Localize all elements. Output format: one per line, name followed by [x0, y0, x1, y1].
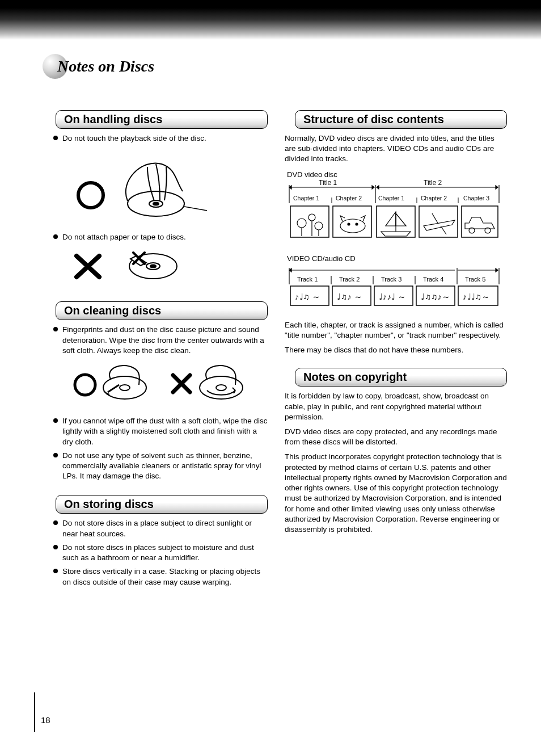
svg-point-9: [150, 265, 156, 268]
title1-text: Title 1: [319, 179, 337, 187]
handling-item-2: Do not attach paper or tape to discs.: [45, 232, 268, 242]
svg-line-4: [184, 207, 207, 211]
page-number: 18: [41, 715, 50, 725]
copyright-p3: This product incorporates copyright prot…: [285, 452, 507, 535]
cleaning-item-1: Fingerprints and dust on the disc cause …: [45, 325, 268, 356]
svg-text:♩♪♪♩ ～: ♩♪♪♩ ～: [379, 292, 406, 301]
svg-rect-27: [290, 206, 329, 237]
structure-p3: There may be discs that do not have thes…: [285, 345, 507, 355]
ch1-text: Chapter 1: [293, 195, 319, 201]
cleaning-item-3: Do not use any type of solvent such as t…: [45, 451, 268, 482]
svg-rect-31: [462, 206, 498, 237]
svg-rect-30: [419, 206, 458, 237]
title2-text: Title 2: [424, 179, 442, 187]
copyright-p1: It is forbidden by law to copy, broadcas…: [285, 391, 507, 422]
svg-point-39: [348, 223, 350, 225]
heading-storing: On storing discs: [56, 495, 268, 514]
track5-text: Track 5: [465, 276, 485, 283]
storing-item-2: Do not store discs in places subject to …: [45, 543, 268, 563]
side-rule: [34, 692, 35, 732]
left-column: On handling discs Do not touch the playb…: [45, 110, 268, 591]
track4-text: Track 4: [423, 276, 443, 283]
ch3-text: Chapter 1: [378, 195, 404, 201]
track1-text: Track 1: [297, 276, 318, 283]
handling-item-1: Do not touch the playback side of the di…: [45, 133, 268, 144]
track2-text: Track 2: [339, 276, 360, 283]
illustration-hold-disc: [62, 147, 268, 226]
copyright-p2: DVD video discs are copy protected, and …: [285, 427, 507, 447]
svg-text:♪♩♫  ～: ♪♩♫ ～: [295, 292, 320, 301]
cleaning-item-2: If you cannot wipe off the dust with a s…: [45, 416, 268, 447]
cd-structure-diagram: VIDEO CD/audio CD Track 1 Track 2 Track …: [285, 253, 507, 310]
svg-point-0: [78, 183, 103, 208]
cd-label-text: VIDEO CD/audio CD: [287, 254, 356, 263]
svg-point-40: [356, 223, 358, 225]
heading-handling: On handling discs: [56, 110, 268, 129]
heading-cleaning: On cleaning discs: [56, 301, 268, 320]
structure-p1: Normally, DVD video discs are divided in…: [285, 133, 507, 165]
storing-item-3: Store discs vertically in a case. Stacki…: [45, 566, 268, 587]
track3-text: Track 3: [381, 276, 401, 283]
page-title-area: Notes on Discs: [43, 54, 507, 79]
storing-item-1: Do not store discs in a place subject to…: [45, 518, 268, 539]
structure-p2: Each title, chapter, or track is assigne…: [285, 320, 507, 341]
dvd-label-text: DVD video disc: [287, 170, 337, 179]
svg-point-3: [153, 203, 159, 205]
illustration-wipe-disc: [62, 359, 268, 410]
illustration-no-tape: [62, 246, 268, 285]
ch5-text: Chapter 3: [463, 195, 489, 201]
ch2-text: Chapter 2: [336, 195, 362, 201]
svg-point-18: [216, 385, 226, 390]
heading-copyright: Notes on copyright: [295, 368, 507, 387]
page-title: Notes on Discs: [57, 57, 154, 75]
svg-text:♩♫♪  ～: ♩♫♪ ～: [337, 292, 362, 301]
page-header-gradient: [0, 0, 541, 40]
dvd-structure-diagram: DVD video disc Title 1 Title 2 Chapter 1…: [285, 169, 507, 243]
svg-point-12: [75, 375, 95, 395]
svg-text:♩♫♫♪～: ♩♫♫♪～: [421, 292, 450, 301]
svg-point-14: [120, 385, 130, 390]
svg-text:♪♩♩♫～: ♪♩♩♫～: [463, 292, 490, 301]
ch4-text: Chapter 2: [421, 195, 447, 201]
right-column: Structure of disc contents Normally, DVD…: [285, 110, 507, 591]
heading-structure: Structure of disc contents: [295, 110, 507, 129]
